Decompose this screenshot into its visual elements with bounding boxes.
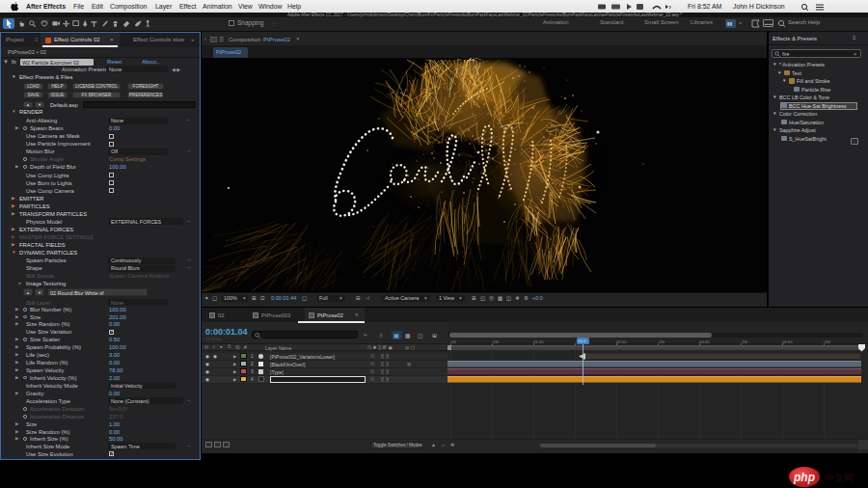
svg-text:中文网: 中文网: [825, 473, 854, 483]
svg-text:php: php: [793, 471, 815, 484]
